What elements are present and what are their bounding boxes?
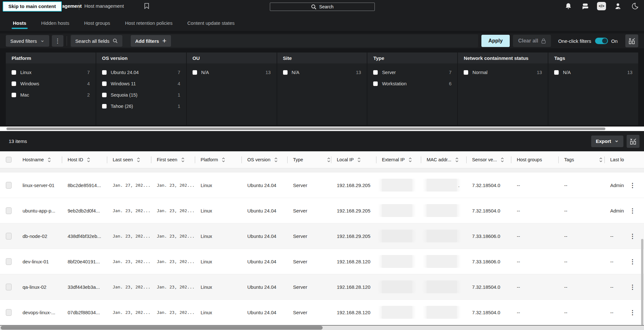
column-header-sensor-version[interactable]: Sensor ve... [466,151,511,168]
checkbox[interactable] [102,93,107,97]
sort-icon[interactable] [599,157,602,163]
checkbox[interactable] [283,70,288,75]
checkbox[interactable] [373,81,378,86]
facet-option-windows[interactable]: Windows 4 [6,78,96,89]
filter-bar[interactable]: Search all fields Add filters + [70,34,478,47]
table-row[interactable]: db-node-02 438df4bf32eb... Jan. 23, 202.… [0,223,644,249]
column-header-os-version[interactable]: OS version [242,151,287,168]
table-row[interactable]: qa-linux-02 33df443eb3a... Jan. 23, 202.… [0,274,644,300]
checkbox[interactable] [12,93,16,97]
cell-hostname[interactable]: linux-server-01 [17,183,62,188]
row-checkbox[interactable] [0,284,17,290]
sort-icon[interactable] [409,157,412,163]
row-actions-kebab[interactable]: ⋮ [630,309,636,316]
clear-all-button[interactable]: Clear all [513,35,551,47]
scrollbar-thumb[interactable] [1,326,323,330]
messages-icon[interactable] [580,1,590,11]
cell-hostname[interactable]: qa-linux-02 [17,284,62,290]
scrollbar-thumb[interactable] [6,127,605,130]
column-header-first-seen[interactable]: First seen [151,151,195,168]
row-actions-kebab[interactable]: ⋮ [630,207,636,214]
column-header-last-login[interactable]: Last lo [604,151,644,168]
sort-icon[interactable] [222,157,225,163]
row-checkbox[interactable] [0,182,17,189]
facet-option-ubuntu[interactable]: Ubuntu 24.04 7 [96,67,186,78]
row-actions-kebab[interactable]: ⋮ [630,182,636,189]
sort-icon[interactable] [357,157,361,163]
sort-icon[interactable] [137,157,140,163]
column-header-type[interactable]: Type [287,151,331,168]
cell-hostname[interactable]: ubuntu-app-p... [17,208,62,213]
facet-option-na[interactable]: N/A 13 [187,67,277,78]
bookmark-icon[interactable] [144,3,149,9]
tab-hosts[interactable]: Hosts [13,20,26,31]
checkbox[interactable] [12,70,16,75]
sort-icon[interactable] [181,157,185,163]
sort-icon[interactable] [87,157,90,163]
theme-moon-icon[interactable] [630,1,639,11]
row-checkbox[interactable] [0,309,17,316]
facet-option-tahoe[interactable]: Tahoe (26) 1 [96,100,186,112]
facet-option-windows11[interactable]: Windows 11 4 [96,78,186,89]
sort-icon[interactable] [501,157,504,163]
row-checkbox[interactable] [0,233,17,240]
tab-hidden-hosts[interactable]: Hidden hosts [41,20,70,31]
global-search-input[interactable]: Search [270,3,375,11]
sort-icon[interactable] [274,157,278,163]
table-row[interactable]: linux-server-01 8bc2de85914... Jan. 27, … [0,173,644,198]
facet-option-sequoia[interactable]: Sequoia (15) 1 [96,89,186,100]
sort-icon[interactable] [455,157,459,163]
cell-hostname[interactable]: devops-linux-... [17,310,62,315]
table-horizontal-scrollbar[interactable] [0,325,644,330]
facet-option-linux[interactable]: Linux 7 [6,67,96,78]
table-row[interactable]: ubuntu-app-p... 9eb2db2d0f4... Jan. 23, … [0,198,644,223]
filters-horizontal-scrollbar[interactable] [0,127,644,131]
checkbox[interactable] [464,70,468,75]
row-actions-kebab[interactable]: ⋮ [630,258,636,265]
add-filters-button[interactable]: Add filters + [131,35,171,47]
column-header-host-groups[interactable]: Host groups [511,151,558,168]
checkbox[interactable] [12,81,16,86]
tab-host-retention-policies[interactable]: Host retention policies [125,20,173,31]
checkbox[interactable] [102,70,107,75]
table-row[interactable]: devops-linux-... 07db2f88034... Jan. 23,… [0,300,644,325]
column-header-tags[interactable]: Tags [558,151,604,168]
row-checkbox[interactable] [0,207,17,214]
table-row[interactable]: dev-linux-01 8bf20e40191... Jan. 23, 202… [0,249,644,274]
column-header-local-ip[interactable]: Local IP [331,151,376,168]
facet-option-na[interactable]: N/A 13 [277,67,367,78]
notifications-bell-icon[interactable] [564,1,573,11]
checkbox[interactable] [373,70,378,75]
row-actions-kebab[interactable]: ⋮ [630,283,636,291]
checkbox[interactable] [193,70,197,75]
column-header-last-seen[interactable]: Last seen [107,151,151,168]
apply-button[interactable]: Apply [481,35,510,47]
sort-icon[interactable] [48,157,51,163]
select-all-checkbox[interactable] [0,157,17,163]
user-profile-icon[interactable] [613,1,623,11]
column-header-external-ip[interactable]: External IP [376,151,421,168]
checkbox[interactable] [554,70,559,75]
facet-option-workstation[interactable]: Workstation 6 [367,78,457,89]
export-button[interactable]: Export ⌄ [591,136,623,147]
table-vertical-scrollbar[interactable] [641,239,643,325]
saved-filters-menu-button[interactable]: ⋮ [52,35,63,47]
facet-option-server[interactable]: Server 7 [367,67,457,78]
collapse-filters-button[interactable] [625,34,638,47]
cell-hostname[interactable]: db-node-02 [17,233,62,239]
facet-option-na[interactable]: N/A 13 [548,67,638,78]
row-checkbox[interactable] [0,258,17,265]
column-header-mac-address[interactable]: MAC addr... [421,151,466,168]
checkbox[interactable] [102,81,107,86]
api-code-icon[interactable]: </> [597,2,606,10]
search-all-fields-button[interactable]: Search all fields [71,35,122,47]
column-header-platform[interactable]: Platform [195,151,242,168]
sort-icon[interactable] [327,157,330,163]
saved-filters-dropdown[interactable]: Saved filters ⌄ [6,35,49,47]
skip-to-main-content-button[interactable]: Skip to main content [3,1,62,12]
select-table-columns-button[interactable] [627,135,639,148]
column-header-hostname[interactable]: Hostname [17,151,62,168]
facet-option-mac[interactable]: Mac 2 [6,89,96,100]
column-header-host-id[interactable]: Host ID [62,151,107,168]
one-click-filters-toggle[interactable] [595,38,608,44]
